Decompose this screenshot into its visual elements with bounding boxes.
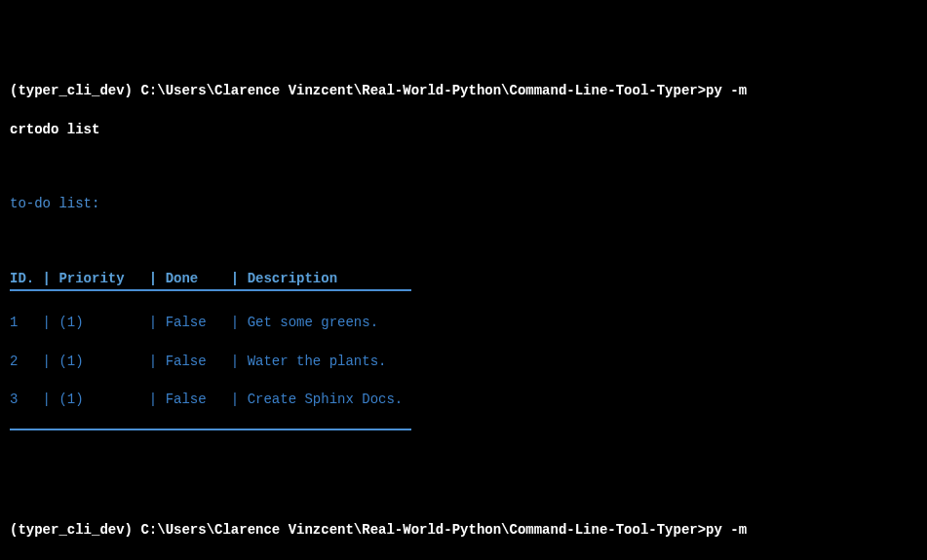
prompt-line-1a: (typer_cli_dev) C:\Users\Clarence Vinzce… [10, 82, 917, 101]
table-row: 2 | (1) | False | Water the plants. [10, 353, 917, 372]
blank [10, 234, 917, 251]
table-underline-bottom-1 [10, 429, 411, 430]
table-row: 1 | (1) | False | Get some greens. [10, 314, 917, 333]
blank [10, 484, 917, 502]
table-row: 3 | (1) | False | Create Sphinx Docs. [10, 391, 917, 410]
blank [10, 159, 917, 176]
prompt-line-1b: crtodo list [10, 121, 917, 140]
list-title-1: to-do list: [10, 195, 917, 214]
blank-small [10, 291, 917, 295]
prompt-line-2a: (typer_cli_dev) C:\Users\Clarence Vinzce… [10, 521, 917, 541]
table-header-1: ID. | Priority | Done | Description [10, 270, 411, 291]
blank [10, 447, 917, 465]
